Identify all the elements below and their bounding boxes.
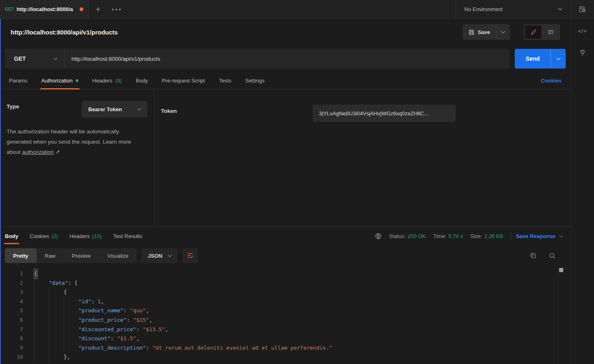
response-format-value: JSON <box>148 253 162 259</box>
response-tab-body[interactable]: Body <box>5 227 18 245</box>
save-button-label: Save <box>478 29 490 35</box>
line-content[interactable]: "product_description": "Ut rerum aut del… <box>34 343 332 353</box>
size-value: 2.26 KB <box>484 233 503 239</box>
code-line: 5"product_name": "quo", <box>0 306 571 316</box>
method-value: GET <box>14 55 26 62</box>
indent-guide <box>49 288 64 297</box>
indent-guide <box>64 343 78 353</box>
request-title-row: http://localhost:8000/api/v1/products Sa… <box>0 19 571 45</box>
size-label: Size: <box>470 233 482 239</box>
copy-response-button[interactable] <box>530 252 537 259</box>
tab-label: Headers <box>69 233 89 239</box>
environment-selector[interactable]: No Environment <box>456 0 571 18</box>
right-sidebar: </> <box>571 19 594 364</box>
response-tab-test-results[interactable]: Test Results <box>113 227 142 245</box>
view-tab-pretty[interactable]: Pretty <box>5 248 37 263</box>
send-button[interactable]: Send <box>515 49 550 69</box>
response-time: Time: 5.74 s <box>433 233 463 239</box>
token-punc: , <box>149 316 152 325</box>
chevron-down-icon <box>559 233 563 237</box>
line-content[interactable]: "data": [ <box>34 279 78 288</box>
tab-label: Settings <box>245 78 264 84</box>
response-toolbar-actions <box>530 252 566 259</box>
response-tab-headers[interactable]: Headers(10) <box>69 227 101 245</box>
token-punc: , <box>165 325 168 334</box>
status-value: 200 OK <box>408 233 426 239</box>
auth-type-value: Bearer Token <box>88 106 122 112</box>
postbot-lightbulb-icon[interactable] <box>579 49 586 56</box>
token-input[interactable]: 3|YLvAgNe8U3i04VsjAHvjWGz6xq0zeZHllC… <box>313 105 456 122</box>
tab-label: Pre-request Script <box>162 78 205 84</box>
environment-quick-look-button[interactable] <box>571 0 594 18</box>
request-tab-body[interactable]: Body <box>136 72 148 89</box>
line-content[interactable]: }, <box>34 353 70 362</box>
chevron-down-icon <box>138 106 142 110</box>
response-view-tabs: PrettyRawPreviewVisualize <box>5 248 137 263</box>
save-options-button[interactable] <box>496 24 510 40</box>
search-response-button[interactable] <box>549 252 556 259</box>
request-tab-pre-request-script[interactable]: Pre-request Script <box>162 72 205 89</box>
request-tab[interactable]: GET http://localhost:8000/a <box>0 0 89 18</box>
request-tab-tests[interactable]: Tests <box>219 72 231 89</box>
doc-comment-toggle <box>524 24 560 40</box>
method-select[interactable]: GET <box>5 49 65 69</box>
line-content[interactable]: "discount": "$1.5", <box>34 334 140 343</box>
tab-label: Tests <box>219 78 231 84</box>
token-punc: }, <box>64 353 70 362</box>
response-toolbar: PrettyRawPreviewVisualize JSON <box>0 245 571 266</box>
view-tab-preview[interactable]: Preview <box>64 248 99 263</box>
request-title: http://localhost:8000/api/v1/products <box>11 29 118 36</box>
line-content[interactable]: { <box>34 288 67 297</box>
edit-documentation-button[interactable] <box>525 25 541 39</box>
response-format-select[interactable]: JSON <box>141 248 178 263</box>
token-punc: , <box>136 334 140 343</box>
request-tab-params[interactable]: Params <box>9 72 28 89</box>
request-tab-headers[interactable]: Headers(8) <box>92 72 122 89</box>
authorization-panel: Type Bearer Token The authorization head… <box>0 89 571 227</box>
comments-button[interactable] <box>542 25 559 39</box>
view-tab-raw[interactable]: Raw <box>37 248 64 263</box>
line-number: 8 <box>0 334 23 343</box>
indent-guide <box>34 279 49 288</box>
code-line: 10}, <box>0 353 571 362</box>
token-punc: : <box>126 316 133 325</box>
request-tab-settings[interactable]: Settings <box>245 72 264 89</box>
response-tab-cookies[interactable]: Cookies(2) <box>30 227 58 245</box>
auth-type-select[interactable]: Bearer Token <box>82 101 147 117</box>
code-snippet-icon[interactable]: </> <box>578 28 587 34</box>
more-tabs-icon[interactable]: ●●● <box>108 0 126 18</box>
new-tab-button[interactable]: + <box>89 0 108 18</box>
line-content[interactable]: { <box>34 269 37 279</box>
line-content[interactable]: "product_name": "quo", <box>34 306 149 316</box>
chevron-down-icon <box>558 7 562 11</box>
cookies-link[interactable]: Cookies <box>541 78 562 84</box>
code-line: 1{ <box>0 269 571 279</box>
indent-guide <box>64 325 78 334</box>
save-response-button[interactable]: Save Response <box>516 233 566 239</box>
code-lines: 1{2"data": [3{4"id": 1,5"product_name": … <box>0 269 571 362</box>
line-content[interactable]: "discounted_price": "$13.5", <box>34 325 168 334</box>
view-tab-visualize[interactable]: Visualize <box>99 248 137 263</box>
window-left-accent <box>0 19 1 364</box>
save-button[interactable]: Save <box>463 24 496 40</box>
line-content[interactable]: "id": 1, <box>34 297 104 307</box>
indent-guide <box>49 353 64 362</box>
token-str: "$15" <box>133 316 149 325</box>
globe-icon <box>375 233 382 240</box>
token-punc: : [ <box>68 279 78 288</box>
indent-guide <box>64 297 78 307</box>
authorization-doc-link[interactable]: authorization <box>22 149 54 155</box>
wrap-lines-icon <box>187 252 193 259</box>
line-number: 10 <box>0 353 23 362</box>
send-options-button[interactable] <box>551 49 566 69</box>
url-box: GET http://localhost:8000/api/v1/product… <box>5 49 510 69</box>
wrap-lines-button[interactable] <box>182 248 198 263</box>
tab-label: Headers <box>92 78 112 84</box>
url-input[interactable]: http://localhost:8000/api/v1/products <box>65 49 510 69</box>
indent-guide <box>34 306 49 316</box>
line-content[interactable]: "product_price": "$15", <box>34 316 152 325</box>
request-tab-authorization[interactable]: Authorization <box>41 72 78 89</box>
scrollbar-thumb[interactable] <box>559 268 563 272</box>
tab-label: Authorization <box>41 78 73 84</box>
environment-label: No Environment <box>464 6 502 12</box>
